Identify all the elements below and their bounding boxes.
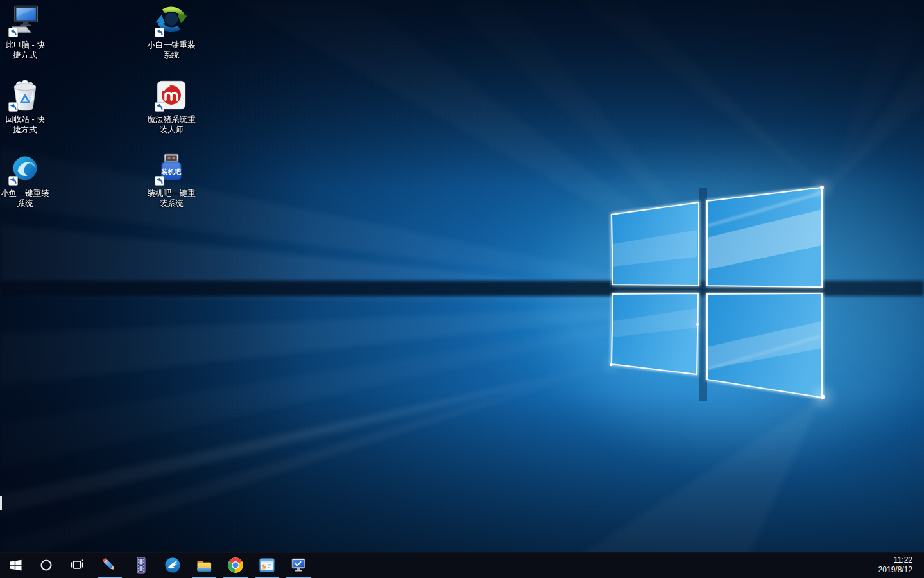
taskbar-clock[interactable]: 11:22 2019/8/12 [878, 556, 924, 575]
clock-date: 2019/8/12 [878, 565, 912, 575]
taskbar-app-chrome[interactable] [219, 552, 251, 578]
taskbar: 11:22 2019/8/12 [0, 552, 924, 578]
search-circle-icon [38, 557, 54, 573]
search-button[interactable] [31, 552, 62, 578]
desktop-icon-xiaobai-reinstall[interactable]: 小白一键重装系统 [147, 4, 196, 60]
desktop-icon-label: 装机吧一键重装系统 [147, 188, 196, 209]
desktop: 此电脑 - 快捷方式 小白一键重装系统 [0, 0, 924, 578]
desktop-icon-label: 回收站 - 快捷方式 [1, 114, 49, 135]
filmstrip-icon [132, 556, 150, 574]
desktop-icon-label: 小白一键重装系统 [147, 40, 196, 60]
blue-wave-icon [8, 152, 42, 186]
left-edge-artifact [0, 496, 2, 510]
recycle-bin-icon [8, 78, 42, 112]
taskbar-app-video-player[interactable] [125, 552, 157, 578]
folder-icon [195, 556, 213, 574]
taskbar-app-system-info[interactable] [251, 552, 282, 578]
sync-arrows-icon [155, 4, 188, 37]
usb-icon-text: 装机吧 [161, 168, 182, 175]
system-tray: 11:22 2019/8/12 [878, 552, 924, 578]
wallpaper [0, 0, 924, 578]
pencil-icon [101, 556, 119, 574]
taskbar-app-thunder[interactable] [157, 552, 188, 578]
taskbar-app-file-explorer[interactable] [188, 552, 219, 578]
windows-start-icon [8, 557, 23, 573]
desktop-icon-label: 此电脑 - 快捷方式 [1, 40, 49, 60]
system-window-icon [258, 556, 276, 574]
task-view-icon [69, 557, 85, 573]
desktop-icon-this-pc[interactable]: 此电脑 - 快捷方式 [1, 4, 49, 60]
start-button[interactable] [0, 552, 31, 578]
task-view-button[interactable] [62, 552, 92, 578]
taskbar-app-pencil[interactable] [94, 552, 125, 578]
computer-check-icon [289, 556, 307, 574]
desktop-icon-recycle-bin[interactable]: 回收站 - 快捷方式 [1, 78, 49, 135]
monitor-keyboard-icon [8, 4, 42, 37]
red-m-ring-icon [155, 78, 188, 112]
taskbar-app-pc-check[interactable] [282, 552, 314, 578]
desktop-icon-label: 魔法猪系统重装大师 [147, 114, 196, 135]
desktop-icon-xiaoyu-reinstall[interactable]: 小鱼一键重装系统 [1, 152, 49, 209]
desktop-icon-mofazhu-reinstall[interactable]: 魔法猪系统重装大师 [147, 78, 196, 135]
clock-time: 11:22 [878, 556, 912, 565]
chrome-icon [227, 556, 244, 574]
desktop-icon-label: 小鱼一键重装系统 [1, 188, 49, 209]
bird-wing-icon [164, 556, 182, 574]
desktop-icon-zhuangjiba-reinstall[interactable]: 装机吧 装机吧一键重装系统 [147, 152, 196, 209]
usb-drive-icon: 装机吧 [155, 152, 188, 186]
